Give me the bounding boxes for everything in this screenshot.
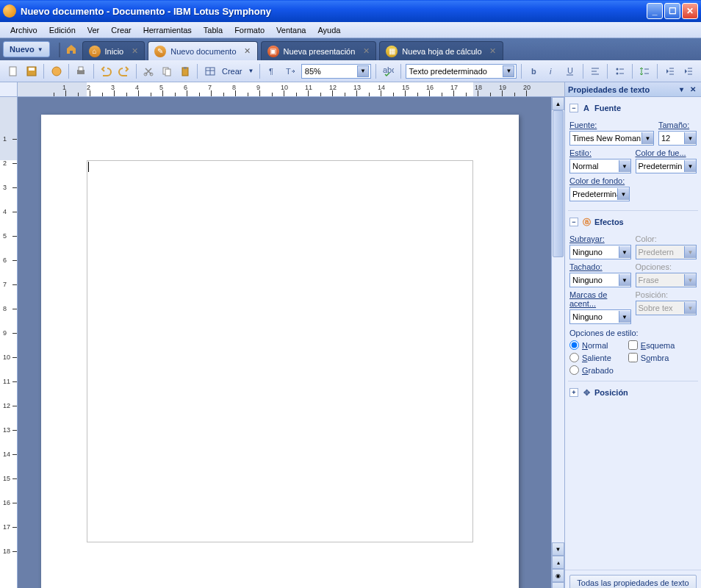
chevron-down-icon[interactable]: ▼ [245,68,256,74]
check-sombra[interactable]: Sombra [628,353,675,362]
emphasis-combo[interactable]: Ninguno▼ [569,309,631,324]
style-combo[interactable]: Texto predeterminado ▼ [406,64,517,79]
svg-text:i: i [550,67,552,76]
chevron-down-icon: ▼ [37,46,43,53]
redo-button[interactable] [115,62,132,80]
radio-normal[interactable]: Normal [569,340,614,350]
vertical-ruler[interactable]: 123456789101112131415161718 [0,97,18,588]
svg-text:abc: abc [383,65,394,74]
indent-increase-button[interactable] [679,62,696,80]
ruler-corner [0,82,18,97]
svg-point-25 [616,68,618,70]
svg-point-3 [52,67,61,76]
browse-button[interactable]: ◉ [552,569,564,582]
font-section-header[interactable]: − A Fuente [568,100,698,116]
print-button[interactable] [73,62,90,80]
svg-text:U: U [567,66,573,75]
align-button[interactable] [587,62,604,80]
tab-nueva-hoja-calculo[interactable]: ▦ Nueva hoja de cálculo ✕ [379,41,503,60]
page-down-button[interactable]: ▾ [552,582,564,588]
position-section-header[interactable]: + ✥ Posición [568,384,698,401]
style-options-group: Normal Saliente Grabado Esquema Sombra [569,340,697,375]
fontstyle-combo[interactable]: Normal▼ [569,159,631,173]
effcolor-label: Color: [636,234,697,243]
new-doc-button[interactable] [5,62,22,80]
toolbar-separator [136,64,137,79]
menu-ver[interactable]: Ver [82,24,106,36]
tab-close-button[interactable]: ✕ [361,46,371,57]
tab-label: Nuevo documento [170,47,236,56]
italic-button[interactable]: i [544,62,561,80]
tab-nueva-presentacion[interactable]: ▣ Nueva presentación ✕ [261,41,377,60]
table-button[interactable] [201,62,218,80]
underline-label: Subrayar: [569,234,631,243]
tab-nuevo-documento[interactable]: ✎ Nuevo documento ✕ [148,41,257,60]
menu-ayuda[interactable]: Ayuda [312,24,346,36]
indent-decrease-button[interactable] [661,62,678,80]
menu-edicion[interactable]: Edición [43,24,82,36]
undo-button[interactable] [98,62,115,80]
svg-text:T: T [286,67,291,76]
size-combo[interactable]: 12▼ [658,131,697,146]
home-icon-button[interactable] [63,41,79,57]
tab-close-button[interactable]: ✕ [129,46,140,57]
horizontal-ruler[interactable]: 1234567891011121314151617181920 [18,82,564,97]
zoom-combo[interactable]: 85% ▼ [301,64,371,79]
window-titlebar: Nuevo documento - Documento - IBM Lotus … [0,0,701,22]
underline-combo[interactable]: Ninguno▼ [569,245,631,259]
scroll-track[interactable] [552,110,564,542]
menu-herramientas[interactable]: Herramientas [137,24,198,36]
paragraph-button[interactable]: ¶ [264,62,281,80]
maximize-button[interactable]: ☐ [664,3,680,19]
web-button[interactable] [48,62,65,80]
strike-combo[interactable]: Ninguno▼ [569,273,631,287]
radio-grabado[interactable]: Grabado [569,365,614,375]
close-button[interactable]: ✕ [682,3,698,19]
radio-saliente[interactable]: Saliente [569,353,614,362]
scroll-down-button[interactable]: ▼ [552,542,564,556]
menu-ventana[interactable]: Ventana [270,24,312,36]
bgcolor-combo[interactable]: Predetermina▼ [569,187,630,201]
tab-close-button[interactable]: ✕ [488,46,498,57]
cut-button[interactable] [140,62,157,80]
font-combo[interactable]: Times New Roman▼ [569,131,654,146]
panel-menu-button[interactable]: ▾ [676,85,686,95]
vertical-scrollbar[interactable]: ▲ ▼ ▴ ◉ ▾ [551,97,564,588]
create-label[interactable]: Crear [219,67,245,76]
menu-archivo[interactable]: Archivo [4,24,43,36]
new-button[interactable]: Nuevo▼ [3,41,50,57]
svg-rect-5 [79,67,83,71]
all-properties-button[interactable]: Todas las propiedades de texto [569,575,697,588]
tab-close-button[interactable]: ✕ [242,46,253,57]
scroll-up-button[interactable]: ▲ [552,97,564,110]
document-canvas[interactable] [18,97,551,588]
spellcheck-button[interactable]: abc [380,62,397,80]
svg-text:¶: ¶ [269,67,273,76]
document-icon: ✎ [154,46,166,57]
page-up-button[interactable]: ▴ [552,556,564,569]
tab-inicio[interactable]: ⌂ Inicio ✕ [82,41,145,60]
check-esquema[interactable]: Esquema [628,340,675,350]
menu-crear[interactable]: Crear [105,24,137,36]
effects-section-header[interactable]: − ⓐ Efectos [568,214,698,230]
text-direction-button[interactable]: T [282,62,299,80]
toolbar-separator [93,64,94,79]
chevron-down-icon: ▼ [357,65,369,77]
underline-button[interactable]: U [562,62,579,80]
bgcolor-label: Color de fondo: [569,176,697,185]
fontcolor-combo[interactable]: Predetermin▼ [636,159,697,173]
tab-label: Nueva presentación [284,47,356,56]
menu-formato[interactable]: Formato [229,24,270,36]
page[interactable] [41,115,519,588]
scroll-thumb[interactable] [553,110,564,257]
line-spacing-button[interactable] [636,62,653,80]
save-button[interactable] [24,62,40,80]
copy-button[interactable] [159,62,176,80]
bold-button[interactable]: b [525,62,542,80]
minimize-button[interactable]: _ [647,3,663,19]
panel-close-button[interactable]: ✕ [688,85,698,95]
properties-panel: Propiedades de texto ▾ ✕ − A Fuente Fuen… [564,82,701,588]
menu-tabla[interactable]: Tabla [198,24,229,36]
bullets-button[interactable] [611,62,628,80]
paste-button[interactable] [177,62,194,80]
